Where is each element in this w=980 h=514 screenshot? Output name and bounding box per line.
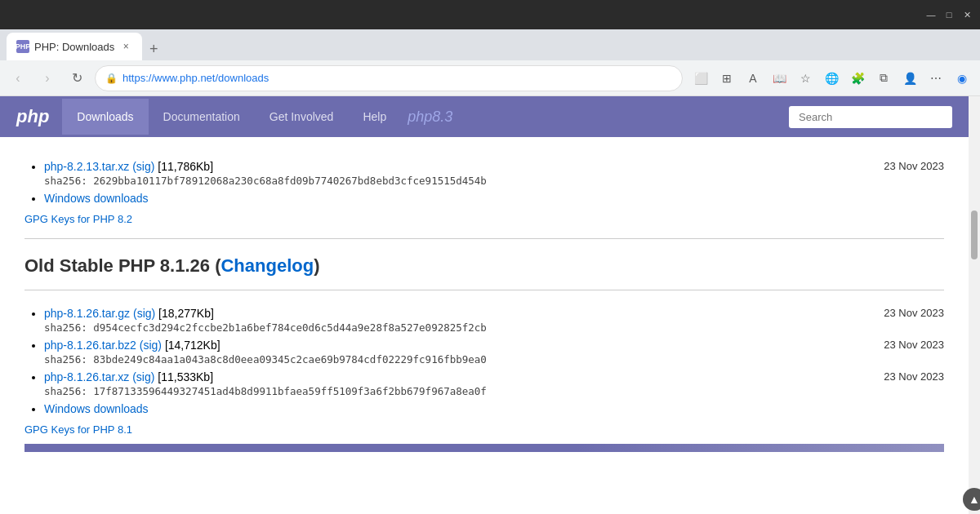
section-title-php81: Old Stable PHP 8.1.26 (Changelog) xyxy=(24,255,944,277)
windows-downloads-link-81[interactable]: Windows downloads xyxy=(44,402,149,415)
gpg-keys-php82[interactable]: GPG Keys for PHP 8.2 xyxy=(24,213,944,225)
file-hash: sha256: 2629bba10117bf78912068a230c68a8f… xyxy=(44,175,944,187)
tab-favicon: PHP xyxy=(16,40,29,53)
edge-button[interactable]: ◉ xyxy=(951,67,973,90)
php-navigation: php Downloads Documentation Get Involved… xyxy=(0,96,969,137)
php82-section-partial: 23 Nov 2023 php-8.2.13.tar.xz (sig) [11,… xyxy=(24,160,944,225)
nav-action-buttons: ⬜ ⊞ A 📖 ☆ 🌐 🧩 ⧉ 👤 ⋯ ◉ xyxy=(689,67,973,90)
hash-value: 2629bba10117bf78912068a230c68a8fd09b7740… xyxy=(93,175,487,187)
globe-button[interactable]: 🌐 xyxy=(820,67,843,90)
main-area: 23 Nov 2023 php-8.2.13.tar.xz (sig) [11,… xyxy=(0,137,969,514)
hash-label-1: sha256: xyxy=(44,321,87,334)
file-size-3: [11,533Kb] xyxy=(158,370,213,383)
changelog-link[interactable]: Changelog xyxy=(220,255,314,276)
file-hash-3: sha256: 17f87133596449327451ad4b8d9911bf… xyxy=(44,385,944,397)
nav-downloads[interactable]: Downloads xyxy=(62,99,148,135)
file-date-3: 23 Nov 2023 xyxy=(884,370,944,383)
file-date: 23 Nov 2023 xyxy=(884,160,944,172)
file-row-2: 23 Nov 2023 php-8.1.26.tar.bz2 (sig) [14… xyxy=(44,339,944,352)
nav-help[interactable]: Help xyxy=(348,99,401,135)
section-divider-2 xyxy=(24,290,944,290)
nav-bar: ‹ › ↻ 🔒 https://www.php.net/downloads ⬜ … xyxy=(0,60,980,96)
grid-button[interactable]: ⊞ xyxy=(715,67,738,90)
security-lock-icon: 🔒 xyxy=(105,73,118,84)
forward-button[interactable]: › xyxy=(36,67,59,90)
list-item: Windows downloads xyxy=(44,402,944,415)
address-bar[interactable]: 🔒 https://www.php.net/downloads xyxy=(95,65,683,91)
file-row-1: 23 Nov 2023 php-8.1.26.tar.gz (sig) [18,… xyxy=(44,307,944,320)
file-sig-link-1[interactable]: (sig) xyxy=(133,307,155,320)
file-size-value: [11,786Kb] xyxy=(158,160,213,173)
scrollbar-thumb[interactable] xyxy=(971,210,978,259)
reader-button[interactable]: 📖 xyxy=(768,67,791,90)
file-sig-link-3[interactable]: (sig) xyxy=(132,370,154,383)
hash-value-2: 83bde249c84aa1a043a8c8d0eea09345c2cae69b… xyxy=(93,353,487,366)
scrollbar[interactable]: ▲ xyxy=(969,96,980,514)
file-link-tar-xz[interactable]: php-8.1.26.tar.xz xyxy=(44,370,129,383)
hash-label-3: sha256: xyxy=(44,385,87,397)
hash-value-1: d954cecfc3d294c2fccbe2b1a6bef784ce0d6c5d… xyxy=(93,321,487,334)
url-text: https://www.php.net/downloads xyxy=(122,72,672,84)
minimize-button[interactable]: — xyxy=(924,8,938,21)
extensions-button[interactable]: 🧩 xyxy=(846,67,869,90)
hash-value-3: 17f87133596449327451ad4b8d9911bfaea59ff5… xyxy=(93,385,487,397)
title-bar-controls: — □ ✕ xyxy=(924,8,973,21)
nav-documentation[interactable]: Documentation xyxy=(149,99,255,135)
browser-frame: — □ ✕ PHP PHP: Downloads × + ‹ › ↻ 🔒 htt… xyxy=(0,0,980,514)
hash-label-2: sha256: xyxy=(44,353,87,366)
file-hash-2: sha256: 83bde249c84aa1a043a8c8d0eea09345… xyxy=(44,353,944,366)
php-search xyxy=(789,106,952,128)
menu-button[interactable]: ⋯ xyxy=(924,67,947,90)
file-size-1: [18,277Kb] xyxy=(158,307,214,320)
nav-get-involved[interactable]: Get Involved xyxy=(255,99,349,135)
list-item: 23 Nov 2023 php-8.1.26.tar.xz (sig) [11,… xyxy=(44,370,944,397)
list-item: 23 Nov 2023 php-8.1.26.tar.gz (sig) [18,… xyxy=(44,307,944,334)
split-view-button[interactable]: ⧉ xyxy=(872,67,895,90)
list-item: 23 Nov 2023 php-8.1.26.tar.bz2 (sig) [14… xyxy=(44,339,944,366)
back-button[interactable]: ‹ xyxy=(7,67,29,90)
font-button[interactable]: A xyxy=(742,67,764,90)
file-link-tar-gz[interactable]: php-8.1.26.tar.gz xyxy=(44,307,130,320)
user-profile-button[interactable]: 👤 xyxy=(898,67,921,90)
php-logo: php xyxy=(16,106,49,127)
scroll-to-top-button[interactable]: ▲ xyxy=(963,488,980,511)
php82-file-list: 23 Nov 2023 php-8.2.13.tar.xz (sig) [11,… xyxy=(24,160,944,205)
tab-close-button[interactable]: × xyxy=(119,40,132,53)
file-link-tar-xz[interactable]: php-8.2.13.tar.xz xyxy=(44,160,129,173)
new-tab-button[interactable]: + xyxy=(142,38,165,60)
php-nav-links: Downloads Documentation Get Involved Hel… xyxy=(62,99,401,135)
browser-tab[interactable]: PHP PHP: Downloads × xyxy=(7,33,142,60)
bottom-bar xyxy=(24,444,944,452)
section-title-text: Old Stable PHP 8.1.26 xyxy=(24,255,210,276)
refresh-button[interactable]: ↻ xyxy=(65,67,88,90)
file-link-tar-bz2[interactable]: php-8.1.26.tar.bz2 xyxy=(44,339,136,352)
file-sig-link-2[interactable]: (sig) xyxy=(140,339,162,352)
file-hash-1: sha256: d954cecfc3d294c2fccbe2b1a6bef784… xyxy=(44,321,944,334)
title-bar: — □ ✕ xyxy=(0,0,980,29)
php81-file-list: 23 Nov 2023 php-8.1.26.tar.gz (sig) [18,… xyxy=(24,307,944,415)
php-version: php8.3 xyxy=(408,109,452,126)
cast-button[interactable]: ⬜ xyxy=(689,67,712,90)
php-version-text: php xyxy=(408,109,432,125)
file-size-2: [14,712Kb] xyxy=(165,339,220,352)
search-input[interactable] xyxy=(789,106,952,128)
favorites-button[interactable]: ☆ xyxy=(794,67,817,90)
file-date-1: 23 Nov 2023 xyxy=(884,307,944,319)
maximize-button[interactable]: □ xyxy=(942,8,956,21)
php81-section: Old Stable PHP 8.1.26 (Changelog) 23 Nov… xyxy=(24,255,944,436)
list-item: Windows downloads xyxy=(44,192,944,205)
windows-downloads-link[interactable]: Windows downloads xyxy=(44,192,149,205)
section-divider xyxy=(24,238,944,239)
page-content: php Downloads Documentation Get Involved… xyxy=(0,96,980,514)
file-row-3: 23 Nov 2023 php-8.1.26.tar.xz (sig) [11,… xyxy=(44,370,944,383)
close-button[interactable]: ✕ xyxy=(960,8,973,21)
list-item: 23 Nov 2023 php-8.2.13.tar.xz (sig) [11,… xyxy=(44,160,944,187)
gpg-keys-php81[interactable]: GPG Keys for PHP 8.1 xyxy=(24,423,944,436)
hash-label: sha256: xyxy=(44,175,87,187)
tab-bar: PHP PHP: Downloads × + xyxy=(0,29,980,60)
site-content: php Downloads Documentation Get Involved… xyxy=(0,96,969,514)
file-row: 23 Nov 2023 php-8.2.13.tar.xz (sig) [11,… xyxy=(44,160,944,173)
file-sig-link[interactable]: (sig) xyxy=(132,160,154,173)
file-date-2: 23 Nov 2023 xyxy=(884,339,944,351)
tab-title: PHP: Downloads xyxy=(34,41,114,53)
